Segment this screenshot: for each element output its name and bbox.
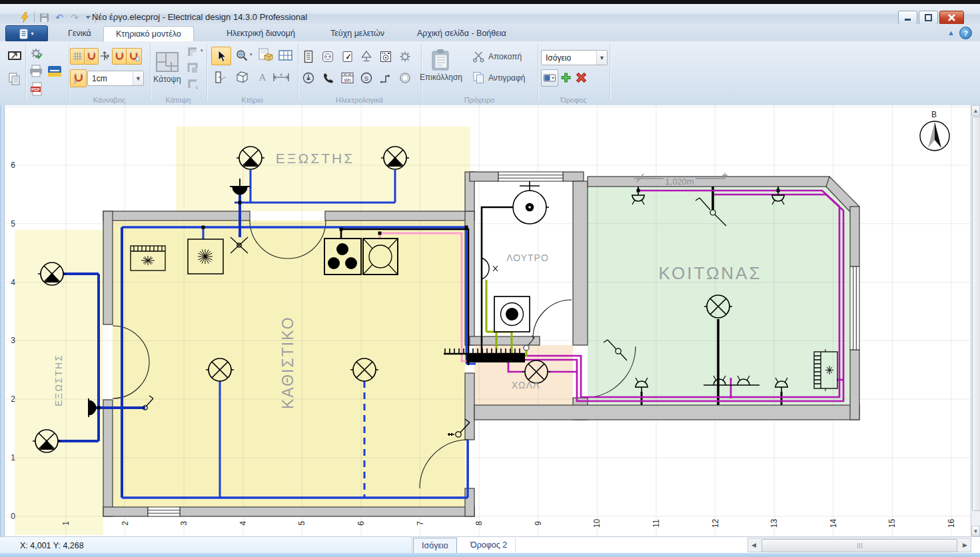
circle-device-icon[interactable]: [398, 71, 412, 85]
scroll-down-icon[interactable]: ▼: [971, 526, 980, 536]
canvas-frame-left: [0, 105, 5, 536]
switch-icon[interactable]: [340, 49, 354, 64]
wh-meter-icon[interactable]: Wh: [340, 71, 354, 85]
horizontal-scrollbar[interactable]: ◀ ▶: [747, 538, 971, 552]
phone-icon[interactable]: [320, 71, 335, 85]
scroll-right-icon[interactable]: ▶: [959, 538, 971, 552]
zoom-icon[interactable]: [235, 48, 249, 63]
folder-3d-icon[interactable]: [257, 47, 274, 63]
floorplan-button[interactable]: Κάτοψη: [152, 45, 183, 89]
add-floor-button[interactable]: [558, 69, 573, 85]
collapse-ribbon-icon[interactable]: ▲: [947, 29, 955, 37]
tab-home-help[interactable]: Αρχική σελίδα - Βοήθεια: [405, 26, 518, 41]
ribbon-tab-row: ▾ Γενικά Κτηριακό μοντέλο Ηλεκτρική διαν…: [0, 24, 980, 41]
snap-grid-button[interactable]: [84, 48, 99, 65]
vertical-scrollbar[interactable]: ▲ ▼: [971, 105, 980, 536]
tab-electrical-distribution[interactable]: Ηλεκτρική διανομή: [215, 26, 307, 41]
green-terminal[interactable]: [524, 345, 529, 350]
tab-building-model[interactable]: Κτηριακό μοντέλο: [103, 26, 194, 42]
drawing-canvas[interactable]: 1,020m ΕΞΩΣΤΗΣ ΕΞΩΣΤΗΣ ΚΑΘΙΣΤΙΚΟ ΛΟΥΤΡΟ …: [0, 105, 980, 536]
zoom-dropdown-icon[interactable]: ▾: [250, 52, 252, 57]
vertical-scroll-thumb[interactable]: [972, 117, 980, 511]
wall-tool-icon[interactable]: [185, 45, 200, 59]
lamp-icon[interactable]: [359, 49, 374, 64]
snap-page-button[interactable]: [126, 48, 142, 65]
copy-pages-icon[interactable]: [472, 71, 485, 84]
horizontal-scroll-thumb[interactable]: [761, 539, 957, 552]
panel-icon[interactable]: [301, 49, 316, 64]
gear-check-icon[interactable]: [29, 47, 44, 61]
app-menu-icon: [19, 29, 28, 39]
y-ruler-label: 0: [5, 512, 15, 521]
wall-tool-dropdown-icon[interactable]: ▾: [201, 48, 203, 53]
chevron-down-icon[interactable]: ▼: [596, 51, 607, 65]
floor-tab-2[interactable]: Όροφος 2: [462, 538, 516, 552]
dwg-icon[interactable]: [47, 64, 63, 79]
dimension-label: 1,020m: [665, 177, 694, 187]
text-tool-button[interactable]: A: [256, 69, 269, 85]
washer-icon[interactable]: [378, 49, 393, 64]
qat-separator: [34, 12, 35, 23]
lightning-icon: [19, 11, 31, 23]
dimension-icon[interactable]: d: [272, 71, 290, 84]
wall-minus-tool-icon[interactable]: -1: [185, 77, 200, 91]
redo-icon[interactable]: ↷: [69, 11, 81, 23]
title-bar[interactable]: ↶ ↷ ▾ Νέο έργο.elecproj - Electrical des…: [0, 4, 980, 25]
chevron-down-icon[interactable]: ▼: [133, 71, 143, 85]
minimize-button[interactable]: [898, 11, 917, 25]
paste-button[interactable]: Επικόλληση: [414, 44, 468, 87]
snap-grid-size-button[interactable]: [70, 69, 87, 87]
gear-icon[interactable]: [398, 49, 412, 64]
grid-toggle-button[interactable]: [70, 48, 85, 65]
socket-icon[interactable]: [320, 49, 335, 64]
junction-icon[interactable]: [378, 71, 393, 85]
delete-floor-icon: [576, 72, 587, 83]
printer-icon[interactable]: [28, 64, 44, 79]
close-button[interactable]: [939, 11, 964, 25]
svg-text:Wh: Wh: [344, 78, 351, 83]
floor-properties-button[interactable]: [541, 69, 558, 87]
compass-label: B: [931, 110, 937, 119]
bathroom-wall-fan[interactable]: [482, 257, 498, 280]
washing-machine[interactable]: [494, 296, 530, 332]
scissors-icon[interactable]: [472, 49, 485, 63]
save-icon[interactable]: [38, 11, 50, 23]
x-ruler-label: 2: [120, 516, 130, 531]
select-cursor-button[interactable]: [211, 47, 231, 65]
door-icon[interactable]: [212, 69, 228, 85]
copy-button[interactable]: Αντιγραφή: [488, 73, 525, 83]
bathroom-light[interactable]: [510, 181, 549, 224]
tab-study-documents[interactable]: Τεύχη μελετών: [318, 26, 396, 41]
svg-text:PDF: PDF: [31, 87, 40, 92]
room-label-balcony-top: ΕΞΩΣΤΗΣ: [276, 151, 354, 166]
undo-icon[interactable]: ↶: [53, 11, 65, 23]
floor-combobox[interactable]: Ισόγειο ▼: [541, 50, 608, 65]
cube-icon[interactable]: [233, 69, 250, 85]
copy-view-icon[interactable]: [6, 72, 23, 87]
pdf-icon[interactable]: PDF: [29, 81, 44, 97]
floor-tab-ground[interactable]: Ισόγειο: [413, 538, 457, 554]
s-device-icon[interactable]: S: [359, 71, 374, 85]
grid-size-value: 1cm: [88, 74, 133, 83]
scroll-left-icon[interactable]: ◀: [748, 538, 759, 552]
y-ruler-label: 1: [5, 453, 15, 462]
axis-cross-button[interactable]: [98, 48, 111, 63]
x-ruler-label: 13: [769, 516, 779, 531]
table-icon[interactable]: [277, 48, 293, 63]
delete-floor-button[interactable]: [574, 69, 588, 85]
screen-export-icon[interactable]: [6, 49, 23, 64]
help-icon[interactable]: ?: [959, 27, 972, 39]
qat-dropdown-icon[interactable]: ▾: [84, 11, 92, 23]
scroll-up-icon[interactable]: ▲: [971, 105, 980, 116]
cut-button[interactable]: Αποκοπή: [488, 52, 522, 61]
meter-icon[interactable]: [301, 71, 316, 85]
grid-size-combobox[interactable]: 1cm ▼: [87, 71, 144, 86]
snap-object-button[interactable]: [112, 48, 127, 65]
wall-fill-tool-icon[interactable]: [185, 61, 200, 75]
maximize-button[interactable]: [919, 11, 938, 25]
cursor-coordinates: X: 4,001 Y: 4,268: [0, 541, 84, 550]
compass: B: [920, 110, 949, 151]
add-floor-icon: [560, 72, 572, 83]
tab-general[interactable]: Γενικά: [56, 26, 103, 41]
app-menu-button[interactable]: ▾: [5, 25, 48, 42]
